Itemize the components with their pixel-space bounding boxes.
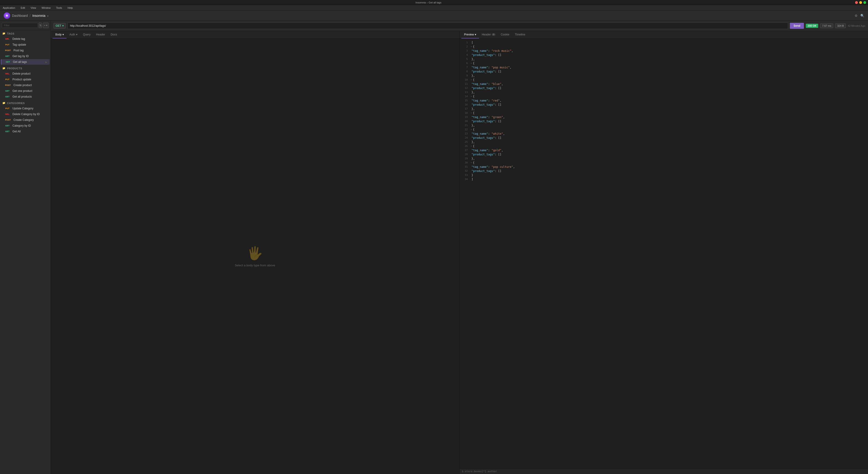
line-content: { (473, 161, 866, 165)
breadcrumb-dropdown-icon[interactable]: ▾ (47, 15, 49, 17)
url-input[interactable] (67, 23, 788, 29)
code-line: 6▾ { (460, 61, 868, 65)
svg-point-1 (6, 15, 8, 16)
code-line: 19 "tag_name": "green", (460, 115, 868, 119)
tab-query[interactable]: Query (80, 31, 93, 38)
close-btn[interactable] (855, 1, 858, 4)
response-code-view[interactable]: 1 [2▾ {3 "tag_name": "rock music",4 "pro… (460, 39, 868, 469)
tab-docs[interactable]: Docs (108, 31, 120, 38)
sidebar-section-categories[interactable]: 📁 Categories (0, 100, 51, 105)
app-title[interactable]: Dashboard / Insomnia ▾ (12, 14, 49, 18)
menu-bar: Application Edit View Window Tools Help (0, 5, 868, 10)
line-number: 17 (461, 107, 468, 111)
code-line: 34 ] (460, 177, 868, 181)
code-line: 23 "tag_name": "white", (460, 132, 868, 136)
line-content: "tag_name": "red", (471, 99, 866, 103)
line-expand-icon[interactable]: ▾ (471, 78, 472, 82)
line-expand-icon[interactable]: ▾ (471, 45, 472, 49)
line-number: 10 (461, 78, 468, 82)
filter-input[interactable] (2, 23, 38, 28)
menu-application[interactable]: Application (2, 6, 16, 10)
line-content: }, (471, 124, 866, 128)
content-panes: Body ▾ Auth ▾ Query Header Docs (51, 31, 868, 474)
breadcrumb-dashboard[interactable]: Dashboard (12, 14, 28, 18)
line-number: 5 (461, 57, 468, 61)
line-expand-icon[interactable]: ▾ (471, 61, 472, 65)
method-get-one-product: GET (4, 90, 10, 92)
jsonpath-input[interactable] (462, 470, 866, 473)
method-get-all-products: GET (4, 95, 10, 98)
sidebar-item-create-category[interactable]: POST Create Category (1, 117, 50, 123)
sidebar-section-tags[interactable]: 📁 Tags (0, 30, 51, 36)
line-number: 16 (461, 103, 468, 107)
menu-tools[interactable]: Tools (55, 6, 63, 10)
method-label: GET (56, 24, 61, 27)
menu-edit[interactable]: Edit (20, 6, 26, 10)
method-del-delete-product: DEL (4, 72, 10, 75)
sidebar-item-get-one-product[interactable]: GET Get one product (1, 88, 50, 94)
sidebar-item-update-category[interactable]: PUT Update Category (1, 106, 50, 111)
tab-auth[interactable]: Auth ▾ (67, 31, 80, 38)
menu-view[interactable]: View (30, 6, 37, 10)
sidebar-item-product-update[interactable]: PUT Product update (1, 77, 50, 82)
settings-icon[interactable]: ⚙ (855, 14, 858, 18)
item-label-get-one-product: Get one product (12, 89, 47, 93)
tab-body[interactable]: Body ▾ (53, 31, 67, 38)
code-line: 12 "product_tags": [] (460, 86, 868, 90)
line-content: }, (471, 90, 866, 94)
line-expand-icon[interactable]: ▾ (471, 144, 472, 148)
line-content: "product_tags": [] (471, 103, 866, 107)
sidebar-item-get-all-tags[interactable]: GET Get all tags ▶ (1, 59, 50, 65)
sidebar-item-get-tag-by-id[interactable]: GET Get tag by ID (1, 54, 50, 59)
line-number: 32 (461, 169, 468, 173)
line-number: 4 (461, 53, 468, 57)
line-expand-icon[interactable]: ▾ (471, 111, 472, 115)
maximize-btn[interactable] (863, 1, 866, 4)
sidebar-item-post-tag[interactable]: POST Post tag (1, 48, 50, 53)
new-request-button[interactable]: + ▾ (43, 23, 49, 28)
sidebar-item-delete-tag[interactable]: DEL Delete tag (1, 36, 50, 42)
line-expand-icon[interactable]: ▾ (471, 94, 472, 99)
line-number: 7 (461, 65, 468, 70)
method-select[interactable]: GET ▾ (54, 23, 66, 29)
sidebar-section-products[interactable]: 📁 Products (0, 65, 51, 71)
request-bar: GET ▾ Send 200 OK 7.67 ms 324 B 42 Minut… (51, 21, 868, 31)
method-get-all-categories: GET (4, 130, 10, 133)
menu-help[interactable]: Help (67, 6, 74, 10)
line-number: 22 (461, 128, 468, 132)
window-title: Insomnia – Get all tags (2, 1, 855, 4)
item-label-get-all-categories: Get All (12, 130, 47, 133)
sidebar-item-create-product[interactable]: POST Create product (1, 82, 50, 88)
sidebar-item-category-by-id[interactable]: GET Category by ID (1, 123, 50, 129)
tab-preview[interactable]: Preview ▾ (461, 31, 479, 38)
minimize-btn[interactable] (859, 1, 862, 4)
sidebar-item-get-all-products[interactable]: GET Get all products (1, 94, 50, 99)
code-line: 1 [ (460, 40, 868, 45)
line-number: 20 (461, 119, 468, 124)
menu-window[interactable]: Window (40, 6, 52, 10)
sidebar-item-delete-product[interactable]: DEL Delete product (1, 71, 50, 76)
sidebar-item-get-all-categories[interactable]: GET Get All (1, 129, 50, 134)
sort-button[interactable]: ⇅ (39, 23, 42, 28)
line-number: 24 (461, 136, 468, 140)
line-number: 19 (461, 115, 468, 119)
tab-auth-dropdown[interactable]: ▾ (76, 33, 78, 36)
code-line: 22▾ { (460, 128, 868, 132)
send-button[interactable]: Send (790, 23, 804, 29)
tab-response-header[interactable]: Header 7 (479, 31, 498, 38)
tab-cookie[interactable]: Cookie (498, 31, 512, 38)
wave-icon: 🖐 (247, 246, 263, 261)
line-number: 23 (461, 132, 468, 136)
search-icon[interactable]: 🔍 (860, 14, 864, 18)
breadcrumb-current[interactable]: Insomnia (32, 14, 45, 18)
tab-body-dropdown[interactable]: ▾ (62, 33, 64, 36)
line-expand-icon[interactable]: ▾ (471, 161, 472, 165)
sidebar-item-delete-category[interactable]: DEL Delete Category by ID (1, 111, 50, 117)
breadcrumb-separator: / (30, 14, 30, 18)
line-content: { (473, 45, 866, 49)
tab-header[interactable]: Header (93, 31, 108, 38)
line-expand-icon[interactable]: ▾ (471, 128, 472, 132)
sidebar-item-tag-update[interactable]: PUT Tag update (1, 42, 50, 47)
tab-timeline[interactable]: Timeline (512, 31, 528, 38)
tab-preview-dropdown[interactable]: ▾ (475, 33, 476, 36)
